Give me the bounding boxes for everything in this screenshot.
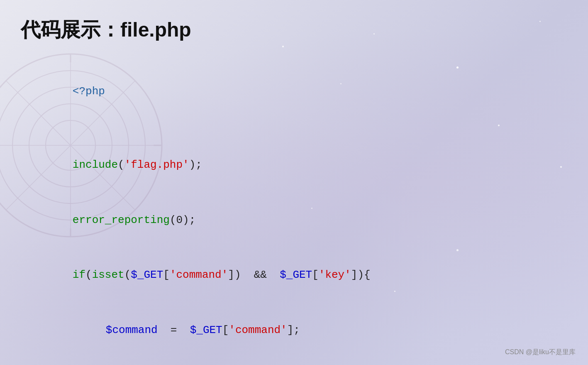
paren2: ( xyxy=(124,269,131,281)
php-open-tag: <?php xyxy=(73,85,105,98)
code-block: <?php include('flag.php'); error_reporti… xyxy=(21,64,567,365)
code-line-command-assign: $command = $_GET['command']; xyxy=(21,302,567,358)
error-paren: (0); xyxy=(170,214,195,226)
main-content: 代码展示：file.php <?php include('flag.php');… xyxy=(0,0,588,365)
keyword-include: include xyxy=(73,159,118,171)
code-line-include: include('flag.php'); xyxy=(21,137,567,193)
paren1: ( xyxy=(85,269,92,281)
bracket5: [ xyxy=(222,324,229,336)
code-line-php-open: <?php xyxy=(21,64,567,119)
page-title: 代码展示：file.php xyxy=(21,17,567,43)
var-get-key: $_GET xyxy=(280,269,312,281)
code-line-key-assign: $key = $_GET['key']; xyxy=(21,358,567,365)
func-error-reporting: error_reporting xyxy=(73,214,170,226)
var-get-command2: $_GET xyxy=(190,324,222,336)
str-key: 'key' xyxy=(319,269,351,281)
bracket6: ]; xyxy=(287,324,300,336)
keyword-if: if xyxy=(73,269,85,281)
bracket3: [ xyxy=(312,269,319,281)
string-flag-php: 'flag.php' xyxy=(124,159,189,171)
paren-open: ( xyxy=(118,159,124,171)
func-isset: isset xyxy=(92,269,124,281)
bracket2: ]) xyxy=(228,269,241,281)
code-line-if-isset: if(isset($_GET['command']) && $_GET['key… xyxy=(21,247,567,303)
str-command: 'command' xyxy=(170,269,228,281)
bracket4: ]){ xyxy=(351,269,371,281)
empty-line-1 xyxy=(21,119,567,137)
var-get-command: $_GET xyxy=(131,269,163,281)
bracket1: [ xyxy=(163,269,170,281)
code-line-error-reporting: error_reporting(0); xyxy=(21,192,567,247)
var-command: $command xyxy=(106,324,158,336)
and-op: && xyxy=(241,269,280,281)
paren-close: ); xyxy=(189,159,202,171)
space-eq1: = xyxy=(158,324,190,336)
str-command2: 'command' xyxy=(229,324,287,336)
